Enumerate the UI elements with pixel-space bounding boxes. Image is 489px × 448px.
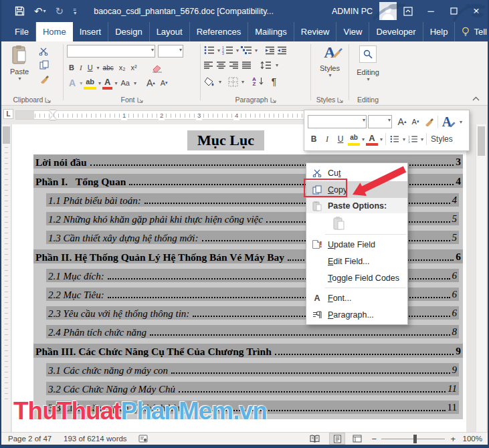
shrink-font-button[interactable]: A bbox=[159, 76, 170, 90]
ribbon-tab[interactable]: Help bbox=[423, 22, 456, 41]
mini-numbering-button[interactable]: 123 bbox=[407, 132, 419, 146]
cut-button[interactable] bbox=[39, 47, 49, 55]
italic-button[interactable]: I bbox=[78, 61, 84, 74]
menu-item-edit-field[interactable]: Edit Field... bbox=[306, 253, 407, 269]
undo-button[interactable]: ↶ ▾ bbox=[34, 6, 46, 16]
mini-format-painter-button[interactable] bbox=[423, 115, 435, 128]
ribbon-tab[interactable]: Design bbox=[108, 22, 149, 41]
editing-button[interactable]: Editing ▾ bbox=[351, 45, 385, 82]
mini-bold-button[interactable]: B bbox=[308, 132, 320, 146]
tell-me-box[interactable]: Tell me bbox=[455, 22, 489, 41]
ribbon-tab[interactable]: Insert bbox=[73, 22, 109, 41]
line-spacing-button[interactable] bbox=[260, 61, 271, 70]
web-layout-button[interactable] bbox=[349, 433, 365, 445]
mini-italic-button[interactable]: I bbox=[321, 132, 333, 146]
grow-font-button[interactable]: A bbox=[144, 76, 157, 90]
save-button[interactable] bbox=[15, 6, 25, 16]
vertical-ruler[interactable] bbox=[1, 124, 11, 432]
font-dialog-launcher-icon[interactable] bbox=[137, 97, 143, 103]
mini-styles-button[interactable]: A bbox=[441, 115, 453, 128]
mini-font-name-combo[interactable]: ▾ bbox=[308, 115, 367, 128]
font-color-button[interactable]: A bbox=[102, 76, 112, 90]
mini-highlight-button[interactable]: ab bbox=[348, 132, 360, 146]
mini-grow-font-button[interactable]: A bbox=[396, 115, 408, 128]
styles-dialog-launcher-icon[interactable] bbox=[337, 97, 343, 103]
ribbon-tab[interactable]: Home bbox=[36, 22, 73, 41]
align-right-button[interactable] bbox=[229, 62, 238, 70]
sort-button[interactable]: AZ bbox=[252, 77, 256, 86]
zoom-slider-thumb[interactable] bbox=[413, 435, 417, 443]
ribbon-tab[interactable]: Developer bbox=[369, 22, 423, 41]
paragraph-dialog-launcher-icon[interactable] bbox=[270, 97, 276, 103]
menu-item-update-field[interactable]: ! Update Field bbox=[306, 236, 407, 253]
first-line-indent-marker[interactable] bbox=[50, 110, 56, 114]
change-case-button[interactable]: Aa bbox=[118, 76, 131, 90]
print-layout-button[interactable] bbox=[329, 433, 345, 445]
underline-caret-icon[interactable]: ▾ bbox=[97, 65, 100, 71]
toc-entry[interactable]: 3.2 Các Chức Năng ở Máy Chủ 11 bbox=[33, 382, 463, 395]
clipboard-dialog-launcher-icon[interactable] bbox=[45, 97, 51, 103]
ribbon-tab[interactable]: Layout bbox=[150, 22, 190, 41]
page-indicator[interactable]: Page 2 of 47 bbox=[8, 433, 52, 445]
shading-button[interactable] bbox=[204, 77, 215, 87]
redo-button[interactable]: ↻ bbox=[56, 6, 64, 16]
increase-indent-button[interactable] bbox=[277, 46, 287, 55]
align-center-button[interactable] bbox=[217, 62, 225, 70]
mini-font-color-button[interactable]: A bbox=[366, 132, 378, 146]
zoom-level[interactable]: 100% bbox=[463, 433, 482, 445]
highlight-color-button[interactable]: ab bbox=[84, 76, 96, 90]
justify-button[interactable] bbox=[242, 62, 251, 70]
menu-item-font[interactable]: A Font... bbox=[306, 290, 407, 306]
mini-bullets-button[interactable] bbox=[389, 132, 401, 146]
hanging-indent-marker[interactable] bbox=[50, 116, 56, 120]
menu-item-toggle-field-codes[interactable]: Toggle Field Codes bbox=[306, 269, 407, 286]
styles-gallery-button[interactable]: A Styles ▾ bbox=[313, 44, 347, 78]
align-left-button[interactable] bbox=[204, 62, 213, 70]
bullets-button[interactable] bbox=[204, 45, 215, 55]
bold-button[interactable]: B bbox=[67, 61, 76, 74]
numbering-button[interactable]: 123 bbox=[222, 45, 233, 55]
minimize-button[interactable]: ─ bbox=[419, 0, 442, 22]
ribbon-tab[interactable]: File bbox=[8, 22, 36, 41]
clear-formatting-button[interactable] bbox=[150, 61, 165, 74]
toc-entry[interactable]: 3.1 Các chức năng ở máy con 9 bbox=[33, 363, 463, 376]
customize-quick-access-button[interactable]: =▾ bbox=[73, 8, 76, 15]
strikethrough-button[interactable]: abc bbox=[101, 61, 116, 74]
format-painter-button[interactable] bbox=[39, 74, 49, 84]
scrollbar-thumb[interactable] bbox=[478, 126, 485, 156]
superscript-button[interactable]: x² bbox=[129, 61, 139, 74]
ribbon-display-options-button[interactable] bbox=[397, 0, 419, 22]
maximize-button[interactable] bbox=[442, 0, 465, 22]
copy-button[interactable] bbox=[39, 60, 49, 70]
mini-styles-label[interactable]: Styles bbox=[431, 134, 453, 144]
underline-button[interactable]: U bbox=[86, 61, 95, 74]
text-effects-button[interactable]: A bbox=[67, 76, 78, 90]
font-name-combo[interactable]: ▾ bbox=[67, 45, 155, 58]
ribbon-tab[interactable]: Mailings bbox=[248, 22, 294, 41]
user-avatar[interactable] bbox=[379, 2, 397, 20]
close-button[interactable]: × bbox=[465, 0, 488, 22]
paste-option-keep-formatting-button[interactable] bbox=[306, 213, 407, 233]
mini-shrink-font-button[interactable]: A bbox=[409, 115, 421, 128]
vertical-scrollbar[interactable] bbox=[476, 124, 486, 432]
mini-underline-button[interactable]: U bbox=[334, 132, 347, 146]
toc-entry[interactable]: Phần III. Các Chức Năng Cụ Thể Của Chươn… bbox=[33, 344, 463, 358]
toc-entry[interactable]: 2.4 Phân tích chức năng 8 bbox=[33, 325, 463, 338]
borders-button[interactable] bbox=[228, 77, 238, 87]
decrease-indent-button[interactable] bbox=[265, 46, 275, 55]
mini-font-size-combo[interactable]: ▾ bbox=[368, 115, 392, 128]
menu-item-paragraph[interactable]: Paragraph... bbox=[306, 306, 407, 323]
multilevel-list-button[interactable] bbox=[241, 45, 252, 55]
ribbon-tab[interactable]: View bbox=[336, 22, 369, 41]
ribbon-tab[interactable]: References bbox=[190, 22, 248, 41]
zoom-out-button[interactable]: − bbox=[371, 433, 377, 445]
collapse-ribbon-button[interactable] bbox=[472, 96, 480, 101]
proofing-status-button[interactable] bbox=[138, 433, 148, 445]
ribbon-tab[interactable]: Review bbox=[294, 22, 337, 41]
show-formatting-marks-button[interactable]: ¶ bbox=[272, 76, 277, 87]
tab-selector[interactable]: L bbox=[3, 109, 13, 119]
word-count[interactable]: 193 of 6214 words bbox=[64, 433, 127, 445]
zoom-in-button[interactable]: + bbox=[450, 433, 456, 445]
read-mode-button[interactable] bbox=[306, 433, 322, 445]
subscript-button[interactable]: x₂ bbox=[117, 61, 128, 74]
